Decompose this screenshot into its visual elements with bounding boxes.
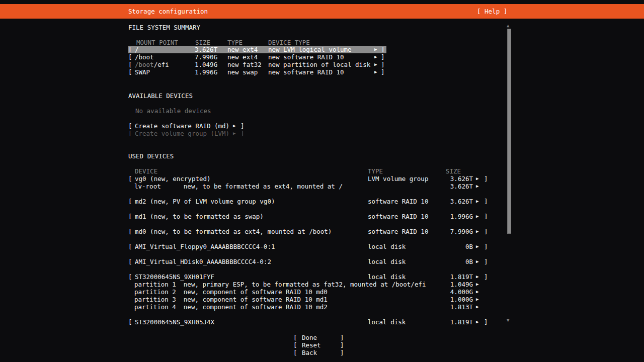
mount-prefix: /boot [135,61,154,68]
device-name: AMI_Virtual_HDisk0_AAAABBBBCCCC4-0:2 [135,258,271,265]
used-row-hdisk0[interactable]: [ AMI_Virtual_HDisk0_AAAABBBBCCCC4-0:2 l… [128,258,487,265]
used-row-md2[interactable]: [ md2 (new, PV of LVM volume group vg0) … [128,198,487,205]
create-lvm-label: Create volume group (LVM) [135,130,229,137]
bracket-close: ] [381,53,385,61]
bracket-open: [ [128,258,132,265]
bracket-close: ] [340,349,344,356]
device-type: new partition of local disk [268,61,370,68]
size-value: 3.626T [423,198,473,205]
scrollbar-thumb[interactable] [507,29,511,234]
expand-arrow-icon: ▶ [476,243,478,250]
used-row-lv-root[interactable]: lv-root new, to be formatted as ext4, mo… [128,183,487,190]
bracket-open: [ [128,213,132,220]
mount-label: / [135,46,139,53]
done-label: Done [302,334,317,341]
expand-arrow-icon: ▶ [233,122,235,130]
bracket-close: ] [240,130,245,137]
size-value: 1.819T [423,273,473,281]
help-button[interactable]: [ Help ] [477,4,507,19]
mount-label: SWAP [135,68,150,76]
size-value: 7.990G [195,53,217,61]
expand-arrow-icon: ▶ [476,228,478,235]
size-value: 3.626T [423,183,473,190]
device-name: md1 (new, to be formatted as swap) [135,213,264,220]
used-row-st-9xh05j4x[interactable]: [ ST32000645NS_9XH05J4X local disk 1.819… [128,318,487,326]
bracket-close: ] [484,273,488,281]
bracket-open: [ [128,46,132,53]
expand-arrow-icon: ▶ [476,318,478,326]
used-row-floppy0[interactable]: [ AMI_Virtual_Floppy0_AAAABBBBCCCC4-0:1 … [128,243,487,250]
page-title: Storage configuration [128,4,208,19]
fs-type: new ext4 [227,53,258,61]
bracket-open: [ [128,273,132,281]
expand-arrow-icon: ▶ [374,61,377,68]
scroll-down-icon: ▼ [507,317,513,324]
size-value: 0B [423,243,473,250]
size-value: 1.049G [195,61,217,68]
bracket-close: ] [340,334,344,341]
device-name: ST32000645NS_9XH05J4X [135,318,214,326]
size-value: 1.000G [423,296,473,303]
used-row-partition-1[interactable]: partition 1 new, primary ESP, to be form… [128,281,487,288]
bracket-close: ] [340,341,344,349]
bracket-close: ] [484,198,488,205]
mount-point: /boot [135,53,154,61]
expand-arrow-icon: ▶ [374,46,377,53]
no-available-devices-text: No available devices [135,107,211,115]
bracket-open: [ [128,243,132,250]
size-value: 1.813T [423,303,473,311]
create-software-raid-button[interactable]: [ Create software RAID (md) ▶ ] [128,122,249,130]
used-row-vg0[interactable]: [ vg0 (new, encrypted) LVM volume group … [128,175,487,183]
reset-label: Reset [302,341,321,349]
reset-button[interactable]: [ Reset ] [293,341,344,349]
expand-arrow-icon: ▶ [476,258,478,265]
fs-row-root[interactable]: [ / 3.626T new ext4 new LVM logical volu… [128,46,386,53]
mount-point: / [135,46,139,53]
expand-arrow-icon: ▶ [476,281,478,288]
fs-row-swap[interactable]: [ SWAP 1.996G new swap new software RAID… [128,68,386,76]
partition-text: partition 2 new, component of software R… [134,288,328,296]
size-value: 4.000G [423,288,473,296]
expand-arrow-icon: ▶ [476,296,478,303]
bracket-close: ] [484,318,488,326]
bracket-open: [ [128,228,132,235]
used-row-partition-3[interactable]: partition 3 new, component of software R… [128,296,487,303]
partition-text: partition 4 new, component of software R… [134,303,328,311]
device-name: vg0 (new, encrypted) [135,175,211,183]
done-button[interactable]: [ Done ] [293,334,344,341]
device-name: AMI_Virtual_Floppy0_AAAABBBBCCCC4-0:1 [135,243,275,250]
bracket-close: ] [381,68,385,76]
bracket-close: ] [484,258,488,265]
used-row-partition-4[interactable]: partition 4 new, component of software R… [128,303,487,311]
device-name: md0 (new, to be formatted as ext4, mount… [135,228,332,235]
bracket-close: ] [381,46,385,53]
expand-arrow-icon: ▶ [476,303,478,311]
used-row-md1[interactable]: [ md1 (new, to be formatted as swap) sof… [128,213,487,220]
col-type: TYPE [368,167,383,175]
size-value: 1.996G [195,68,217,76]
col-mount-point: MOUNT POINT [136,39,178,46]
partition-text: partition 3 new, component of software R… [134,296,328,303]
device-name: ST32000645NS_9XH01FYF [135,273,214,281]
fs-row-boot-efi[interactable]: [ /boot/efi 1.049G new fat32 new partiti… [128,61,386,68]
fs-row-boot[interactable]: [ /boot 7.990G new ext4 new software RAI… [128,53,386,61]
bracket-close: ] [484,175,488,183]
used-row-partition-2[interactable]: partition 2 new, component of software R… [128,288,487,296]
expand-arrow-icon: ▶ [476,175,478,183]
create-raid-label: Create software RAID (md) [135,122,229,130]
fs-type: new ext4 [227,46,258,53]
bracket-open: [ [128,68,132,76]
device-type: new LVM logical volume [268,46,352,53]
col-device-type: DEVICE TYPE [268,39,310,46]
expand-arrow-icon: ▶ [476,183,478,190]
used-row-st-9xh01fyf[interactable]: [ ST32000645NS_9XH01FYF local disk 1.819… [128,273,487,281]
device-type: software RAID 10 [368,228,428,235]
expand-arrow-icon: ▶ [233,130,235,137]
used-row-md0[interactable]: [ md0 (new, to be formatted as ext4, mou… [128,228,487,235]
create-volume-group-button[interactable]: [ Create volume group (LVM) ▶ ] [128,130,249,137]
fs-type: new swap [227,68,258,76]
device-type: new software RAID 10 [268,68,344,76]
back-label: Back [302,349,317,356]
expand-arrow-icon: ▶ [476,198,478,205]
back-button[interactable]: [ Back ] [293,349,344,356]
